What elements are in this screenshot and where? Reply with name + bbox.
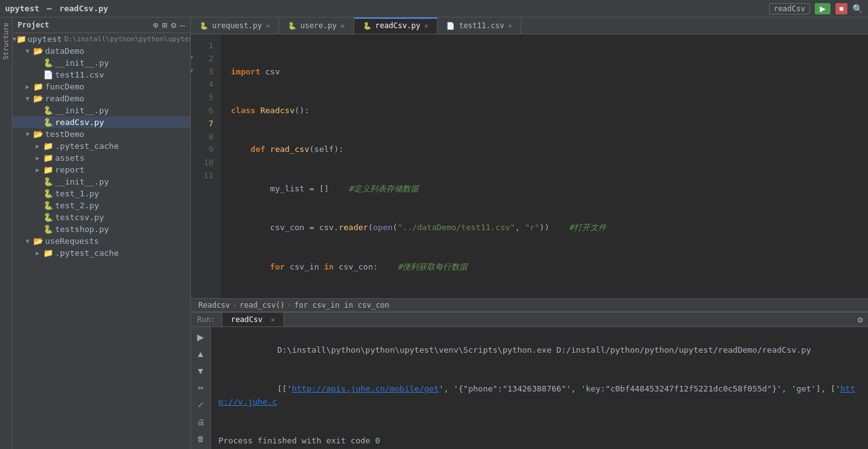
sidebar-item-funcDemo[interactable]: ▶ 📁 funcDemo	[13, 81, 190, 93]
run-print-button[interactable]: 🖨	[193, 415, 208, 429]
folder-icon: 📂	[33, 129, 44, 139]
sidebar-item-useRequests[interactable]: ▼ 📂 useRequests	[13, 235, 190, 247]
run-command-text: D:\install\python\python\upytest\venv\Sc…	[277, 345, 811, 355]
fold-icon[interactable]: ▼	[191, 66, 193, 76]
run-play-button[interactable]: ▶	[193, 330, 208, 344]
run-config-label: readCsv	[769, 3, 810, 14]
line-num-11: 11	[191, 169, 221, 183]
sidebar-item-upytest[interactable]: ▼ 📁 upytest D:\install\python\python\upy…	[13, 33, 190, 45]
add-file-icon[interactable]: ⊕	[153, 20, 158, 30]
tab-readCsv[interactable]: 🐍 readCsv.py ✕	[354, 18, 438, 34]
tree-item-label: testshop.py	[55, 224, 109, 234]
sidebar-item-init-readdemo[interactable]: 🐍 __init__.py	[13, 104, 190, 116]
bottom-icons: ⚙	[858, 315, 868, 325]
stop-button[interactable]: ■	[835, 3, 847, 14]
folder-icon: 📂	[33, 236, 44, 246]
tabs-bar: 🐍 urequest.py ✕ 🐍 usere.py ✕ 🐍 readCsv.p…	[191, 18, 868, 34]
breadcrumb: Readcsv › read_csv() › for csv_in in csv…	[191, 298, 868, 311]
arrow-icon: ▶	[33, 250, 43, 256]
run-output-mid: ', '{"phone":"13426388766"', 'key:"c0bf4…	[439, 384, 840, 393]
collapse-icon[interactable]: —	[180, 20, 185, 30]
tree-item-label: readDemo	[45, 94, 84, 103]
code-line-5: csv_con = csv.reader(open("../dataDemo/t…	[231, 221, 858, 235]
tree-item-label: test_2.py	[55, 201, 99, 210]
title-file: readCsv.py	[59, 4, 108, 13]
sidebar-item-testshoppy[interactable]: 🐍 testshop.py	[13, 223, 190, 235]
run-down-button[interactable]: ▼	[193, 364, 208, 378]
sidebar-item-test2py[interactable]: 🐍 test_2.py	[13, 199, 190, 211]
app-name: upytest	[5, 4, 39, 13]
title-left: upytest — readCsv.py	[5, 4, 108, 13]
sidebar-item-test11csv[interactable]: 📄 test11.csv	[13, 69, 190, 81]
settings-icon[interactable]: ⚙	[171, 20, 176, 30]
code-content: import csv class Readcsv(): def read_csv…	[221, 34, 868, 298]
run-up-button[interactable]: ▲	[193, 346, 208, 361]
tab-urequest[interactable]: 🐍 urequest.py ✕	[191, 18, 279, 34]
tab-close[interactable]: ✕	[424, 22, 429, 30]
py-icon: 🐍	[43, 106, 54, 115]
run-command-line: D:\install\python\python\upytest\venv\Sc…	[218, 331, 860, 370]
arrow-icon: ▼	[23, 131, 33, 138]
bottom-tab-readCsv[interactable]: readCsv ✕	[222, 313, 284, 326]
sidebar-item-assets[interactable]: ▶ 📁 assets	[13, 152, 190, 164]
folder-icon: 📁	[43, 165, 54, 174]
tab-close[interactable]: ✕	[340, 22, 345, 30]
sidebar-item-testcsvpy[interactable]: 🐍 testcsv.py	[13, 211, 190, 223]
bottom-tab-close[interactable]: ✕	[271, 316, 275, 324]
add-folder-icon[interactable]: ⊞	[162, 20, 167, 30]
fold-icon[interactable]: ▼	[191, 53, 193, 63]
code-line-6: for csv_in in csv_con: #便利获取每行数据	[231, 261, 858, 274]
tree-item-label: __init__.py	[55, 177, 109, 186]
sidebar-item-report[interactable]: ▶ 📁 report	[13, 164, 190, 176]
folder-icon: 📁	[43, 141, 54, 151]
py-icon: 🐍	[43, 201, 54, 210]
tree-item-label: readCsv.py	[55, 118, 104, 127]
tree-item-label: useRequests	[45, 236, 99, 246]
code-editor[interactable]: 1 ▼2 ▼3 4 5 6 7 8 —9 10 11 import csv cl…	[191, 34, 868, 298]
tab-icon: 🐍	[363, 22, 372, 30]
tab-test11[interactable]: 📄 test11.csv ✕	[437, 18, 521, 34]
run-expand-button[interactable]: ⤢	[193, 398, 208, 412]
arrow-icon: ▼	[23, 48, 33, 54]
fold-icon[interactable]: —	[191, 143, 193, 153]
run-tab-label: Run:	[191, 313, 222, 326]
sidebar-item-pytest-cache1[interactable]: ▶ 📁 .pytest_cache	[13, 140, 190, 152]
sidebar-item-readDemo[interactable]: ▼ 📂 readDemo	[13, 93, 190, 104]
structure-tab[interactable]: Structure	[1, 18, 11, 65]
settings-icon[interactable]: ⚙	[858, 315, 863, 325]
tree-item-label: testcsv.py	[55, 213, 104, 222]
breadcrumb-sep: ›	[287, 301, 292, 310]
titlebar: upytest — readCsv.py readCsv ▶ ■ 🔍	[0, 0, 868, 18]
folder-icon: 📁	[43, 248, 54, 258]
arrow-icon: ▼	[23, 95, 33, 102]
tab-icon: 🐍	[200, 22, 208, 30]
run-wrap-button[interactable]: ⇔	[193, 381, 208, 395]
run-trash-button[interactable]: 🗑	[193, 432, 208, 446]
sidebar-item-pytest-cache2[interactable]: ▶ 📁 .pytest_cache	[13, 247, 190, 259]
tree-item-label: __init__.py	[55, 106, 109, 115]
sidebar-item-dataDemo[interactable]: ▼ 📂 dataDemo	[13, 45, 190, 57]
search-button[interactable]: 🔍	[852, 4, 863, 14]
line-num-10: 10	[191, 156, 221, 169]
sidebar-item-readCsvpy[interactable]: 🐍 readCsv.py	[13, 116, 190, 128]
tab-label: test11.csv	[459, 21, 504, 30]
sidebar-item-testDemo[interactable]: ▼ 📂 testDemo	[13, 128, 190, 140]
csv-icon: 📄	[43, 70, 54, 79]
tab-usere[interactable]: 🐍 usere.py ✕	[279, 18, 354, 34]
sidebar-item-init-testdemo[interactable]: 🐍 __init__.py	[13, 176, 190, 188]
sidebar-item-test1py[interactable]: 🐍 test_1.py	[13, 188, 190, 199]
run-button[interactable]: ▶	[815, 3, 830, 14]
tree-item-label: test11.csv	[55, 70, 104, 79]
code-line-4: my_list = [] #定义列表存储数据	[231, 183, 858, 196]
run-link-1[interactable]: http://apis.juhe.cn/mobile/get	[292, 384, 439, 393]
run-content[interactable]: D:\install\python\python\upytest\venv\Sc…	[211, 327, 868, 449]
line-num-4: 4	[191, 78, 221, 91]
tab-close[interactable]: ✕	[508, 22, 513, 30]
tree-item-label: testDemo	[45, 129, 84, 139]
title-sep: —	[47, 4, 52, 13]
sidebar-item-init-datademo[interactable]: 🐍 __init__.py	[13, 57, 190, 69]
py-icon: 🐍	[43, 177, 54, 186]
line-num-1: 1	[191, 39, 221, 53]
tab-close[interactable]: ✕	[265, 22, 270, 30]
code-line-3: def read_csv(self):	[231, 143, 858, 156]
